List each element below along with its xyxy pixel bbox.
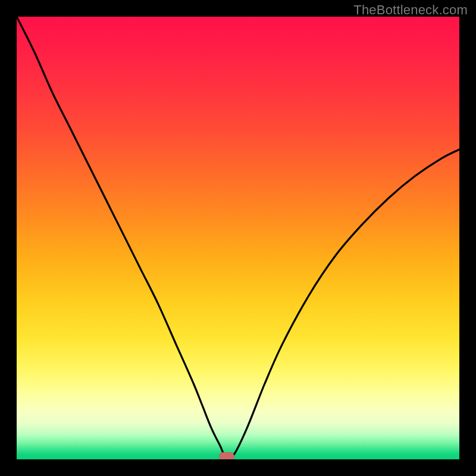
plot-area: [17, 17, 459, 459]
bottleneck-curve: [17, 17, 459, 459]
curve-path: [17, 17, 459, 457]
watermark-text: TheBottleneck.com: [353, 2, 468, 18]
optimal-point-marker: [219, 452, 234, 459]
chart-frame: TheBottleneck.com: [0, 0, 476, 476]
